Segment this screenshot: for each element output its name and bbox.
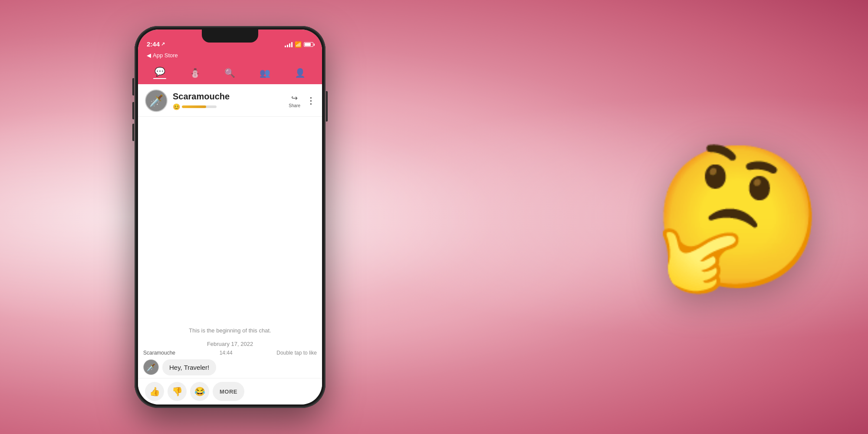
profile-header: 🗡️ Scaramouche 😊 ↪ <box>138 84 322 117</box>
profile-progress: 😊 <box>173 103 283 110</box>
header-actions: ↪ Share ⋮ <box>289 93 315 108</box>
message-time: 14:44 <box>220 350 233 356</box>
friends-tab-icon: 👥 <box>260 68 270 78</box>
double-tap-hint: Double tap to like <box>276 350 317 356</box>
progress-fill <box>182 105 206 108</box>
phone-frame: 2:44 ↗ 📶 <box>135 26 326 408</box>
share-button[interactable]: ↪ Share <box>289 93 300 108</box>
message-sender: Scaramouche <box>143 350 175 356</box>
active-tab-indicator <box>153 78 166 79</box>
share-icon: ↪ <box>291 93 298 103</box>
chat-area: This is the beginning of this chat. Febr… <box>138 117 322 378</box>
message-meta-row: Scaramouche 14:44 Double tap to like <box>138 350 322 356</box>
avatar: 🗡️ <box>145 89 168 112</box>
avatar-image: 🗡️ <box>149 94 163 108</box>
groups-tab-icon: ⛄ <box>190 68 201 78</box>
message-bubble[interactable]: Hey, Traveler! <box>162 359 216 375</box>
wifi-icon: 📶 <box>295 41 302 48</box>
chat-tab-icon: 💬 <box>155 66 165 77</box>
profile-info: Scaramouche 😊 <box>173 92 283 110</box>
signal-bars <box>285 42 293 47</box>
message-avatar-image: 🗡️ <box>147 363 155 372</box>
chat-date: February 17, 2022 <box>138 338 322 350</box>
thumbs-down-button[interactable]: 👎 <box>168 382 187 401</box>
tab-chat[interactable]: 💬 <box>142 65 178 81</box>
tab-profile[interactable]: 👤 <box>283 66 318 80</box>
back-label[interactable]: App Store <box>153 52 178 59</box>
more-reactions-button[interactable]: MORE <box>213 382 244 401</box>
thinking-emoji: 🤔 <box>651 148 825 286</box>
progress-emoji: 😊 <box>173 103 180 110</box>
progress-bar <box>182 105 217 108</box>
profile-tab-icon: 👤 <box>295 68 306 78</box>
chat-beginning-text: This is the beginning of this chat. <box>138 323 322 338</box>
chat-spacer <box>138 117 322 323</box>
tab-groups[interactable]: ⛄ <box>178 66 213 80</box>
back-arrow-icon: ◀ <box>147 52 151 59</box>
battery-icon <box>304 42 313 47</box>
status-right: 📶 <box>285 41 313 48</box>
status-left: 2:44 ↗ <box>147 40 165 48</box>
thumbs-up-button[interactable]: 👍 <box>145 382 164 401</box>
share-label: Share <box>289 103 300 108</box>
laugh-button[interactable]: 😂 <box>190 382 209 401</box>
tab-search[interactable]: 🔍 <box>213 66 248 80</box>
status-bar: 2:44 ↗ 📶 <box>138 30 322 51</box>
message-avatar: 🗡️ <box>143 359 159 375</box>
profile-name: Scaramouche <box>173 92 283 102</box>
tab-friends[interactable]: 👥 <box>247 66 283 80</box>
notch <box>202 30 258 43</box>
location-icon: ↗ <box>161 41 165 47</box>
tab-bar: 💬 ⛄ 🔍 👥 👤 <box>138 61 322 84</box>
message-row: 🗡️ Hey, Traveler! <box>138 357 322 378</box>
search-tab-icon: 🔍 <box>224 68 235 78</box>
back-nav: ◀ App Store <box>138 51 322 61</box>
more-options-button[interactable]: ⋮ <box>306 95 315 106</box>
reaction-bar: 👍 👎 😂 MORE <box>138 378 322 404</box>
status-time: 2:44 <box>147 40 160 48</box>
